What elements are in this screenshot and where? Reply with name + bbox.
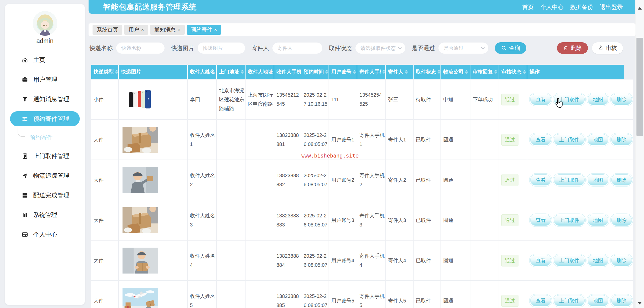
map-button[interactable]: 地图 (588, 94, 608, 105)
delete-row-button[interactable]: 删除 (611, 215, 632, 226)
sort-caret-icon[interactable] (437, 70, 440, 74)
delete-row-button[interactable]: 删除 (611, 134, 632, 145)
column-header[interactable]: 收件人地址 (246, 65, 274, 79)
sidebar-item-8[interactable]: 系统管理 (5, 205, 85, 225)
view-button[interactable]: 查看 (530, 174, 551, 185)
cell-text: 已取件 (416, 296, 431, 305)
column-header[interactable]: 操作 (527, 65, 624, 79)
door-pickup-button[interactable]: 上门取件 (554, 255, 585, 266)
tab-close-icon[interactable]: × (178, 27, 180, 32)
view-button[interactable]: 查看 (530, 94, 551, 105)
tab-close-icon[interactable]: × (214, 27, 217, 32)
scrollbar-thumb[interactable] (636, 38, 643, 136)
topbar-link[interactable]: 数据备份 (570, 3, 593, 11)
sidebar-item-6[interactable]: 物流追踪管理 (5, 166, 85, 185)
column-header[interactable]: 寄件人 (386, 65, 413, 79)
door-pickup-button[interactable]: 上门取件 (554, 134, 585, 145)
column-header[interactable]: 取件状态 (414, 65, 440, 79)
sidebar-item-1[interactable]: 用户管理 (5, 70, 85, 89)
sort-caret-icon[interactable] (465, 70, 468, 74)
column-header[interactable]: 快递类型 (91, 65, 118, 79)
column-header[interactable]: 用户账号 (329, 65, 357, 79)
sort-caret-icon[interactable] (523, 70, 526, 74)
filter-input[interactable] (116, 43, 165, 54)
tab-close-icon[interactable]: × (141, 27, 144, 32)
audit-button[interactable]: 审核 (592, 42, 623, 54)
cell-text: 13545254525 (359, 90, 385, 108)
scroll-down-icon[interactable] (638, 302, 642, 304)
sort-caret-icon[interactable] (494, 70, 497, 74)
cell-audit_status: 通过 (499, 281, 527, 308)
column-header[interactable]: 收件人手机 (274, 65, 301, 79)
door-pickup-button[interactable]: 上门取件 (554, 94, 585, 105)
sidebar-subitem[interactable]: 预约寄件 (5, 129, 85, 146)
column-header[interactable]: 寄件人手机 (357, 65, 385, 79)
view-button[interactable]: 查看 (530, 215, 551, 226)
filter-label: 快递图片 (171, 44, 194, 52)
view-button[interactable]: 查看 (530, 295, 551, 306)
column-header[interactable]: 预约时间 (301, 65, 329, 79)
delete-row-button[interactable]: 删除 (611, 174, 632, 185)
sort-caret-icon[interactable] (325, 70, 328, 74)
topbar-link[interactable]: 退出登录 (600, 3, 623, 11)
sidebar-item-0[interactable]: 主页 (5, 50, 85, 70)
map-button[interactable]: 地图 (588, 134, 608, 145)
table-header-row: 快递类型快递图片收件人姓名上门地址收件人地址收件人手机预约时间用户账号寄件人手机… (91, 65, 624, 79)
tab[interactable]: 系统首页 (93, 25, 122, 35)
cell-text: 寄件人2 (388, 175, 406, 184)
cell-door_address: 北京市海淀区莲花池东路辅路 (217, 80, 245, 119)
sidebar-item-3[interactable]: 预约寄件管理 (10, 111, 80, 126)
filter-input[interactable] (198, 43, 245, 54)
watermark-text: www.bishebang.site (301, 153, 359, 159)
tab[interactable]: 用户× (124, 25, 148, 35)
map-button[interactable]: 地图 (588, 174, 608, 185)
search-button[interactable]: 查询 (495, 42, 526, 54)
sort-caret-icon[interactable] (241, 70, 244, 74)
door-pickup-button[interactable]: 上门取件 (554, 174, 585, 185)
sort-caret-icon[interactable] (382, 70, 385, 74)
filter-label: 取件状态 (329, 44, 352, 52)
username: admin (5, 37, 85, 45)
column-header[interactable]: 收件人姓名 (188, 65, 216, 79)
cell-receiver_name: 收件人姓名4 (188, 241, 216, 280)
column-header[interactable]: 快递图片 (119, 65, 187, 79)
column-header[interactable]: 审核回复 (470, 65, 499, 79)
sort-caret-icon[interactable] (115, 70, 118, 74)
cell-text: 寄件人3 (388, 216, 406, 225)
sort-caret-icon[interactable] (405, 70, 408, 74)
cell-text: 13823888883 (276, 211, 300, 229)
delete-row-button[interactable]: 删除 (611, 255, 632, 266)
column-header[interactable]: 上门地址 (217, 65, 245, 79)
sort-caret-icon[interactable] (353, 70, 356, 74)
map-button[interactable]: 地图 (588, 215, 608, 226)
delete-row-button[interactable]: 删除 (611, 295, 632, 306)
door-pickup-button[interactable]: 上门取件 (554, 215, 585, 226)
cell-door_address (217, 120, 245, 160)
cell-text: 收件人姓名5 (190, 292, 216, 308)
door-pickup-button[interactable]: 上门取件 (554, 295, 585, 306)
cell-sender_phone: 寄件人手机2 (357, 160, 385, 200)
filter-input[interactable] (272, 43, 322, 54)
sidebar-item-2[interactable]: 通知消息管理 (5, 89, 85, 109)
filter-select[interactable]: 请选择取件状态 (355, 43, 405, 54)
sidebar-item-7[interactable]: 配送完成管理 (5, 185, 85, 205)
view-button[interactable]: 查看 (530, 134, 551, 145)
column-header-label: 收件人姓名 (190, 68, 215, 75)
map-button[interactable]: 地图 (588, 295, 608, 306)
filter-select[interactable]: 是否通过 (438, 43, 488, 54)
sidebar-item-9[interactable]: 个人中心 (5, 225, 85, 244)
column-header[interactable]: 物流公司 (441, 65, 470, 79)
delete-row-button[interactable]: 删除 (611, 94, 632, 105)
map-button[interactable]: 地图 (588, 255, 608, 266)
tab[interactable]: 预约寄件× (187, 25, 221, 35)
column-header[interactable]: 审核状态 (499, 65, 527, 79)
scroll-up-icon[interactable] (638, 7, 642, 10)
cell-text: 已取件 (416, 175, 431, 184)
delete-button[interactable]: 删除 (557, 42, 588, 54)
scrollbar[interactable] (635, 0, 644, 308)
topbar-link[interactable]: 首页 (522, 3, 534, 11)
view-button[interactable]: 查看 (530, 255, 551, 266)
tab[interactable]: 通知消息× (150, 25, 185, 35)
topbar-link[interactable]: 个人中心 (540, 3, 564, 11)
sidebar-item-5[interactable]: 上门取件管理 (5, 146, 85, 166)
